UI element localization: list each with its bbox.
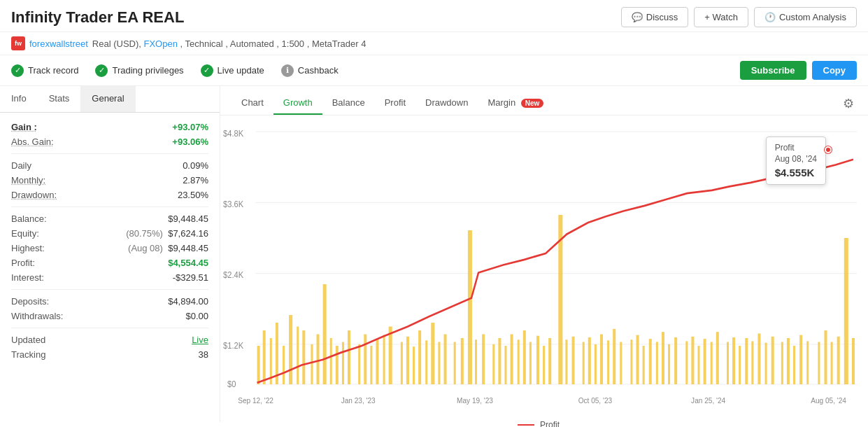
chart-area: $4.8K $3.6K $2.4K $1.2K $0 Sep 12, '22 J… — [220, 115, 868, 422]
withdrawals-row: Withdrawals: $0.00 — [11, 309, 208, 323]
tab-info[interactable]: Info — [0, 86, 38, 112]
live-update-label: Live update — [218, 65, 264, 76]
drawdown-row: Drawdown: 23.50% — [11, 188, 208, 202]
svg-rect-89 — [757, 333, 760, 384]
tooltip-value: $4.555K — [775, 167, 817, 178]
svg-rect-49 — [482, 335, 485, 385]
legend-label: Profit — [540, 420, 560, 427]
header-actions: 💬 Discuss + Watch 🕐 Custom Analysis — [621, 7, 857, 27]
broker-link[interactable]: forexwallstreet — [29, 38, 88, 49]
broker-details: Real (USD), FXOpen , Technical , Automat… — [92, 38, 367, 49]
balance-value: $9,448.45 — [168, 214, 208, 224]
svg-rect-75 — [662, 332, 664, 384]
left-panel: Info Stats General Gain : +93.07% Abs. G… — [0, 86, 220, 422]
chart-settings-icon[interactable]: ⚙ — [840, 96, 857, 111]
svg-rect-69 — [620, 342, 622, 385]
legend-line-icon — [518, 424, 534, 426]
equity-value: (80.75%) $7,624.16 — [126, 228, 208, 239]
tab-general[interactable]: General — [80, 86, 135, 112]
copy-button[interactable]: Copy — [812, 61, 858, 80]
discuss-icon: 💬 — [632, 12, 643, 22]
svg-rect-81 — [704, 339, 706, 384]
svg-rect-73 — [649, 339, 652, 384]
svg-rect-16 — [257, 346, 260, 384]
svg-rect-40 — [418, 330, 421, 384]
new-badge: New — [521, 99, 544, 108]
tab-balance[interactable]: Balance — [322, 92, 375, 115]
svg-rect-46 — [461, 338, 464, 384]
svg-text:$4.8K: $4.8K — [223, 128, 243, 138]
stats-panel: Gain : +93.07% Abs. Gain: +93.06% Daily … — [0, 113, 220, 422]
svg-rect-34 — [376, 340, 378, 384]
main-content: Info Stats General Gain : +93.07% Abs. G… — [0, 86, 868, 422]
svg-rect-52 — [504, 346, 506, 384]
svg-rect-39 — [413, 346, 415, 384]
svg-rect-65 — [595, 344, 597, 384]
svg-rect-28 — [336, 346, 339, 384]
svg-rect-35 — [383, 335, 385, 384]
chart-tab-bar: Chart Growth Balance Profit Drawdown Mar… — [220, 86, 868, 115]
svg-rect-93 — [787, 338, 790, 384]
cashback-badge: ℹ Cashback — [281, 64, 339, 77]
svg-rect-91 — [771, 337, 774, 384]
svg-rect-43 — [438, 342, 440, 385]
tab-drawdown[interactable]: Drawdown — [415, 92, 478, 115]
right-panel: Chart Growth Balance Profit Drawdown Mar… — [220, 86, 868, 422]
svg-rect-70 — [630, 340, 632, 384]
svg-rect-100 — [837, 337, 840, 384]
svg-rect-94 — [793, 346, 795, 384]
live-link[interactable]: Live — [192, 335, 208, 345]
tab-stats[interactable]: Stats — [38, 86, 81, 112]
svg-rect-95 — [799, 335, 802, 384]
svg-rect-30 — [348, 330, 350, 384]
tab-profit[interactable]: Profit — [375, 92, 415, 115]
svg-rect-82 — [711, 342, 713, 385]
svg-rect-22 — [297, 327, 299, 385]
tab-chart[interactable]: Chart — [232, 92, 273, 115]
equity-pct: (80.75%) — [126, 228, 163, 239]
svg-rect-78 — [685, 341, 688, 384]
drawdown-label: Drawdown: — [11, 190, 57, 200]
divider-3 — [11, 289, 208, 290]
svg-rect-45 — [454, 342, 456, 385]
svg-rect-76 — [668, 344, 670, 384]
broker-icon: fw — [11, 36, 25, 50]
svg-rect-74 — [656, 342, 658, 385]
live-update-icon: ✓ — [201, 64, 213, 77]
action-buttons: Subscribe Copy — [740, 61, 857, 80]
tab-growth[interactable]: Growth — [273, 92, 322, 115]
drawdown-value: 23.50% — [178, 190, 208, 200]
svg-rect-53 — [511, 335, 513, 385]
tab-margin[interactable]: Margin New — [478, 92, 553, 115]
svg-text:$2.4K: $2.4K — [223, 270, 243, 280]
monthly-row: Monthly: 2.87% — [11, 173, 208, 188]
svg-rect-44 — [444, 335, 447, 385]
svg-rect-20 — [283, 346, 285, 384]
page-header: Infinity Trader EA REAL 💬 Discuss + Watc… — [0, 0, 868, 32]
live-update-badge: ✓ Live update — [201, 64, 264, 77]
svg-rect-47 — [468, 230, 472, 384]
svg-rect-48 — [475, 340, 477, 384]
svg-text:$3.6K: $3.6K — [223, 200, 243, 209]
divider-2 — [11, 206, 208, 207]
tracking-row: Tracking 38 — [11, 347, 208, 362]
svg-rect-68 — [613, 329, 616, 384]
equity-label: Equity: — [11, 228, 39, 239]
profit-value: $4,554.45 — [168, 258, 208, 268]
discuss-button[interactable]: 💬 Discuss — [621, 7, 689, 27]
abs-gain-value: +93.06% — [172, 136, 208, 147]
fxopen-link[interactable]: FXOpen — [144, 38, 178, 49]
daily-row: Daily 0.09% — [11, 158, 208, 173]
subscribe-button[interactable]: Subscribe — [740, 61, 806, 80]
highest-row: Highest: (Aug 08) $9,448.45 — [11, 241, 208, 255]
svg-rect-55 — [523, 330, 526, 384]
svg-rect-27 — [330, 338, 332, 384]
abs-gain-row: Abs. Gain: +93.06% — [11, 134, 208, 149]
profit-line — [257, 160, 853, 383]
watch-button[interactable]: + Watch — [694, 7, 748, 27]
svg-rect-64 — [588, 337, 591, 384]
tracking-label: Tracking — [11, 349, 45, 360]
custom-analysis-button[interactable]: 🕐 Custom Analysis — [754, 7, 857, 27]
svg-rect-24 — [311, 344, 313, 384]
svg-rect-58 — [543, 346, 545, 384]
